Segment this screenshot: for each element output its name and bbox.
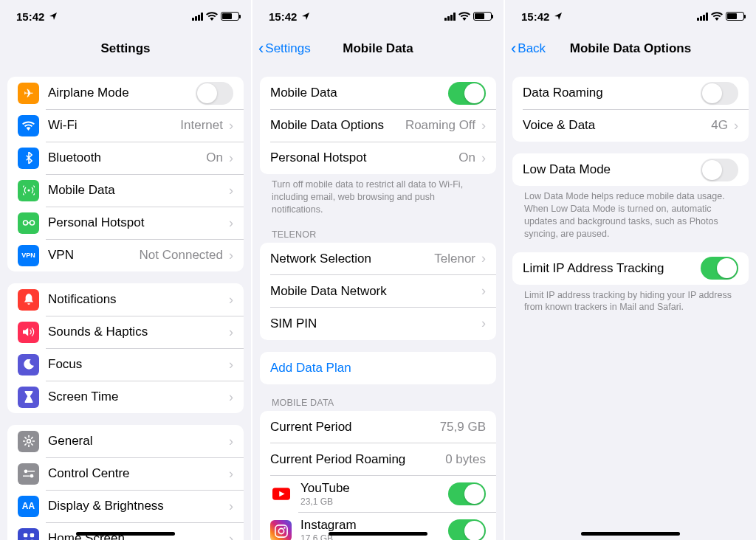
usage-group: Current Period 75,9 GB Current Period Ro…	[260, 411, 496, 540]
notifications-group: Notifications › Sounds & Haptics › Focus…	[7, 283, 244, 413]
ip-tracking-toggle[interactable]	[701, 257, 738, 280]
wifi-icon	[711, 10, 723, 23]
bell-icon	[18, 289, 39, 311]
svg-point-7	[30, 474, 33, 478]
carrier-header: TELENOR	[260, 216, 496, 243]
bluetooth-icon	[18, 148, 39, 169]
row-label: Airplane Mode	[48, 86, 196, 100]
row-label: Limit IP Address Tracking	[523, 261, 701, 276]
app-toggle[interactable]	[448, 519, 486, 540]
bluetooth-row[interactable]: Bluetooth On ›	[7, 142, 244, 174]
youtube-icon	[270, 483, 292, 505]
hotspot-row[interactable]: Personal Hotspot ›	[7, 207, 244, 239]
wifi-settings-icon	[18, 115, 39, 136]
app-usage-instagram[interactable]: Instagram17,6 GB	[260, 513, 496, 540]
sim-pin-row[interactable]: SIM PIN ›	[260, 308, 496, 340]
svg-rect-9	[23, 533, 27, 537]
home-screen-row[interactable]: Home Screen ›	[7, 522, 244, 540]
row-label: Current Period	[270, 420, 434, 435]
mobile-data-toggle[interactable]	[448, 82, 486, 105]
add-data-plan-button[interactable]: Add Data Plan	[260, 352, 496, 384]
text-size-icon: AA	[18, 496, 39, 517]
app-toggle[interactable]	[448, 482, 486, 505]
airplane-mode-row[interactable]: ✈ Airplane Mode	[7, 77, 244, 109]
mobile-data-row[interactable]: Mobile Data ›	[7, 174, 244, 207]
back-button[interactable]: ‹ Back	[511, 39, 546, 58]
page-title: Mobile Data Options	[570, 41, 691, 56]
wifi-row[interactable]: Wi-Fi Internet ›	[7, 109, 244, 142]
back-label: Back	[518, 41, 546, 56]
home-indicator[interactable]	[76, 532, 175, 536]
data-roaming-row[interactable]: Data Roaming	[512, 77, 749, 109]
row-label: YouTube23,1 GB	[300, 481, 448, 507]
hotspot-icon	[18, 212, 39, 234]
network-selection-row[interactable]: Network Selection Telenor ›	[260, 243, 496, 275]
hourglass-icon	[18, 387, 39, 408]
row-label: General	[48, 434, 223, 449]
focus-row[interactable]: Focus ›	[7, 348, 244, 381]
location-icon	[554, 10, 563, 23]
svg-rect-18	[275, 525, 286, 537]
switches-icon	[18, 463, 39, 485]
chevron-right-icon: ›	[229, 434, 233, 449]
connectivity-group: ✈ Airplane Mode Wi-Fi Internet › Bluetoo…	[7, 77, 244, 271]
battery-icon	[221, 12, 239, 21]
status-bar: 15:42	[505, 0, 756, 32]
nav-bar: ‹ Back Mobile Data Options	[505, 32, 756, 65]
voice-data-row[interactable]: Voice & Data 4G ›	[512, 109, 749, 142]
home-indicator[interactable]	[581, 532, 680, 536]
current-period-row: Current Period 75,9 GB	[260, 411, 496, 443]
group-footer: Turn off mobile data to restrict all dat…	[260, 174, 496, 216]
chevron-right-icon: ›	[229, 390, 233, 405]
svg-rect-10	[30, 533, 33, 537]
notifications-row[interactable]: Notifications ›	[7, 283, 244, 316]
screen-time-row[interactable]: Screen Time ›	[7, 381, 244, 413]
grid-icon	[18, 528, 39, 541]
row-label: Notifications	[48, 292, 223, 307]
row-label: Screen Time	[48, 390, 223, 404]
chevron-right-icon: ›	[229, 466, 233, 482]
chevron-right-icon: ›	[481, 316, 486, 331]
chevron-left-icon: ‹	[258, 39, 264, 58]
display-row[interactable]: AA Display & Brightness ›	[7, 490, 244, 522]
cellular-signal-icon	[444, 13, 456, 21]
low-data-mode-row[interactable]: Low Data Mode	[512, 153, 749, 186]
general-row[interactable]: General ›	[7, 425, 244, 457]
cellular-signal-icon	[697, 13, 708, 21]
chevron-right-icon: ›	[734, 118, 738, 134]
back-button[interactable]: ‹ Settings	[258, 39, 311, 58]
row-label: VPN	[48, 248, 134, 263]
group-footer: Limit IP address tracking by hiding your…	[512, 285, 749, 314]
airplane-toggle[interactable]	[196, 82, 233, 105]
row-value: Telenor	[434, 252, 475, 266]
chevron-right-icon: ›	[229, 183, 233, 198]
limit-ip-tracking-row[interactable]: Limit IP Address Tracking	[512, 252, 749, 285]
status-bar: 15:42	[0, 0, 251, 32]
row-value: Not Connected	[140, 248, 223, 263]
row-label: Low Data Mode	[523, 162, 701, 177]
roaming-toggle[interactable]	[701, 82, 738, 105]
mobile-data-options-row[interactable]: Mobile Data Options Roaming Off ›	[260, 109, 496, 142]
status-time: 15:42	[269, 10, 297, 23]
row-label: Mobile Data	[270, 86, 448, 100]
app-usage-youtube[interactable]: YouTube23,1 GB	[260, 476, 496, 513]
low-data-toggle[interactable]	[701, 159, 738, 181]
row-label: Display & Brightness	[48, 499, 223, 513]
row-label: SIM PIN	[270, 316, 475, 331]
status-time: 15:42	[16, 10, 44, 23]
vpn-row[interactable]: VPN VPN Not Connected ›	[7, 239, 244, 271]
mobile-data-network-row[interactable]: Mobile Data Network ›	[260, 275, 496, 308]
row-label: Add Data Plan	[270, 361, 486, 375]
chevron-left-icon: ‹	[511, 39, 516, 58]
personal-hotspot-row[interactable]: Personal Hotspot On ›	[260, 142, 496, 174]
cellular-signal-icon	[192, 13, 203, 21]
control-centre-row[interactable]: Control Centre ›	[7, 457, 244, 490]
mobile-data-toggle-row[interactable]: Mobile Data	[260, 77, 496, 109]
sounds-row[interactable]: Sounds & Haptics ›	[7, 316, 244, 348]
svg-point-0	[27, 189, 30, 191]
home-indicator[interactable]	[329, 532, 427, 536]
mobile-data-options-screen: 15:42 ‹ Back Mobile Data Options Data Ro…	[505, 0, 756, 540]
current-period-roaming-row: Current Period Roaming 0 bytes	[260, 443, 496, 476]
row-label: Mobile Data Network	[270, 284, 475, 299]
row-value: 0 bytes	[445, 452, 486, 467]
